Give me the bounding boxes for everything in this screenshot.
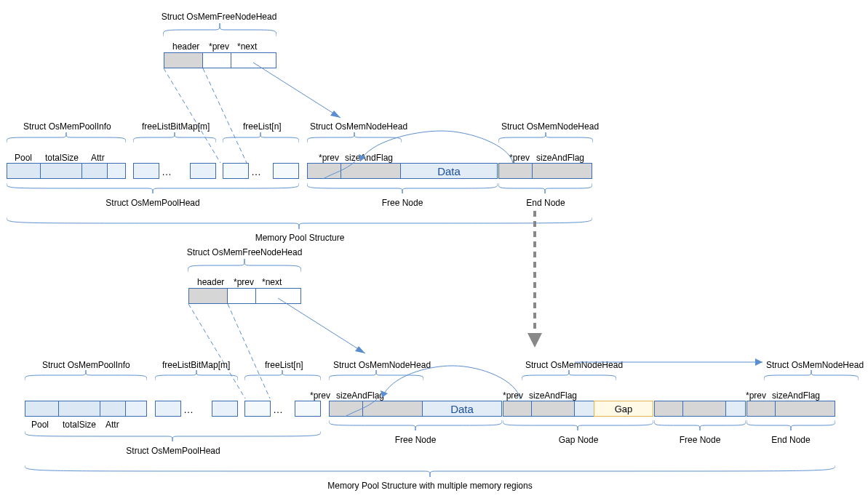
label-free-node-head-top: Struct OsMemFreeNodeHead (162, 12, 277, 22)
svg-line-9 (278, 298, 365, 353)
arrow-to-far-nodehead-b (575, 356, 771, 371)
label-total-t: totalSize (45, 153, 79, 163)
brace-endnode-under-t (498, 183, 592, 193)
label-title-bottom: Memory Pool Structure with multiple memo… (327, 481, 532, 491)
label-freenode2-b: Free Node (680, 435, 721, 445)
dots2-t: … (251, 166, 263, 177)
arrow-transition (524, 211, 546, 351)
svg-marker-11 (381, 390, 388, 398)
label-fnh-header-t: header (172, 41, 199, 52)
svg-marker-10 (355, 346, 365, 353)
cell-pad1-t (107, 163, 126, 179)
label-fnh-next-t: *next (237, 41, 257, 52)
brace-whole-b (25, 465, 835, 477)
cell-fl2-t (273, 163, 299, 179)
label-attr-t: Attr (91, 153, 105, 163)
cell-fl2-b (295, 401, 321, 417)
brace-bitmap-t (133, 132, 216, 143)
svg-line-2 (253, 63, 341, 118)
brace-endnode-under-b (746, 420, 835, 430)
cell-gap-b: Gap (594, 401, 653, 417)
brace-freenode2-under-b (654, 420, 746, 430)
brace-freelist-b (244, 370, 321, 380)
dots1-b: … (183, 404, 195, 415)
cell-fnh-prev-t (202, 52, 231, 68)
cell-attr-t (81, 163, 108, 179)
label-pool-t: Pool (15, 153, 32, 163)
label-gapnode-b: Gap Node (559, 435, 599, 445)
label-bitmap-b: freeListBitMap[m] (162, 360, 230, 370)
label-size2-t: sizeAndFlag (536, 153, 584, 163)
label-freenode-b: Free Node (395, 435, 437, 445)
cell-free2-data-b (725, 401, 746, 417)
label-pool-b: Pool (31, 420, 49, 430)
label-endnode-t: End Node (526, 198, 565, 208)
brace-poolinfo-t (7, 132, 126, 143)
brace-free-node-head-top (163, 23, 276, 36)
label-endnode-b: End Node (771, 435, 810, 445)
label-freenode-t: Free Node (382, 198, 423, 208)
cell-nh3-size-b (682, 401, 726, 417)
brace-free-node-head-b (188, 259, 301, 272)
svg-marker-3 (330, 111, 341, 118)
dots1-t: … (162, 166, 173, 177)
proj-line-right-b (228, 304, 273, 400)
brace-nodehead3-b (764, 370, 859, 380)
label-fnh-prev-t: *prev (209, 41, 229, 52)
memory-pool-diagram: Struct OsMemFreeNodeHead header *prev *n… (0, 0, 868, 501)
label-prev1-b: *prev (310, 390, 330, 401)
label-fnh-next-b: *next (262, 277, 282, 287)
brace-poolhead-under-t (7, 183, 299, 193)
dots2-b: … (273, 404, 284, 415)
cell-pad1-b (125, 401, 147, 417)
cell-bm1-b (155, 401, 181, 417)
brace-poolhead-under-b (25, 431, 321, 441)
arrow-next-to-nodehead-b (278, 298, 373, 358)
label-poolinfo-b: Struct OsMemPoolInfo (42, 360, 130, 370)
cell-fnh-prev-b (227, 288, 256, 304)
brace-poolinfo-b (25, 370, 147, 380)
arrow-next-to-nodehead-t (253, 63, 348, 122)
cell-total-t (40, 163, 82, 179)
cell-gap-pre-b (574, 401, 594, 417)
label-nodehead3-b: Struct OsMemNodeHead (766, 360, 864, 370)
label-total-b: totalSize (63, 420, 96, 430)
svg-marker-6 (527, 333, 542, 348)
label-title-top: Memory Pool Structure (255, 233, 345, 243)
label-freelist-b: freeList[n] (265, 360, 303, 370)
cell-fnh-header-t (164, 52, 203, 68)
svg-line-8 (228, 304, 270, 398)
svg-marker-13 (755, 358, 763, 366)
cell-nh4-size-b (775, 401, 835, 417)
cell-attr-b (100, 401, 126, 417)
brace-freenode-under-t (307, 183, 498, 193)
label-prev3-b: *prev (746, 390, 766, 401)
label-size2-b: sizeAndFlag (529, 390, 577, 401)
label-attr-b: Attr (105, 420, 119, 430)
cell-fnh-header-b (188, 288, 228, 304)
label-freelist-t: freeList[n] (243, 121, 282, 132)
cell-pool-t (7, 163, 41, 179)
cell-bm2-t (190, 163, 216, 179)
cell-bm1-t (133, 163, 159, 179)
cell-nh2-size-t (532, 163, 592, 179)
brace-gapnode-under-b (503, 420, 653, 430)
cell-bm2-b (212, 401, 238, 417)
cell-total-b (58, 401, 100, 417)
brace-freenode-under-b (329, 420, 502, 430)
arrow-header-curve-b (342, 399, 378, 418)
label-poolhead-b: Struct OsMemPoolHead (126, 446, 220, 456)
proj-line-right-t (203, 68, 248, 164)
cell-fl1-t (223, 163, 249, 179)
label-bitmap-t: freeListBitMap[m] (142, 121, 210, 132)
svg-marker-4 (359, 154, 366, 161)
brace-bitmap-b (155, 370, 238, 380)
arrow-header-curve-t (320, 161, 357, 180)
cell-nh4-prev-b (746, 401, 776, 417)
cell-nh3-prev-b (654, 401, 683, 417)
cell-nh2-size-b (531, 401, 575, 417)
arrow-prev-back-t (354, 124, 522, 167)
label-fnh-header-b: header (197, 277, 224, 287)
cell-fl1-b (244, 401, 271, 417)
label-size3-b: sizeAndFlag (772, 390, 820, 401)
